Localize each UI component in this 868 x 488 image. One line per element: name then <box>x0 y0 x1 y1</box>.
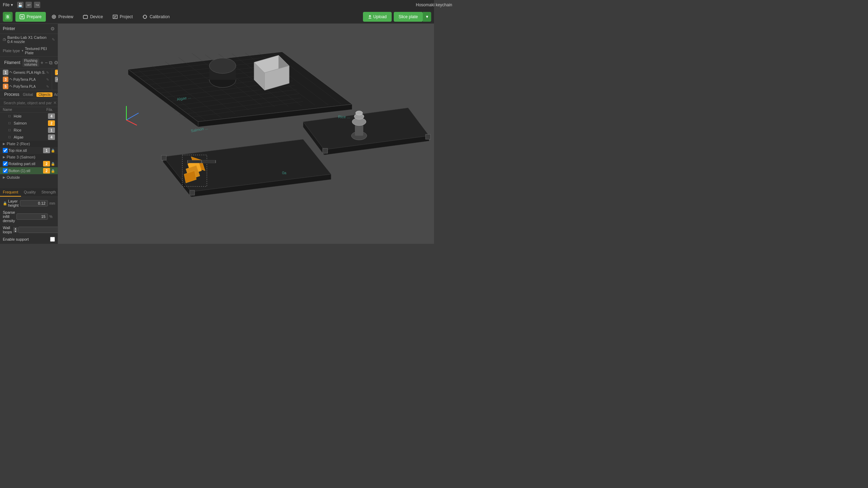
fila-badge-salmon: 2 <box>48 120 55 126</box>
filament-edit-3[interactable]: ✎ <box>46 78 49 82</box>
objects-table-header: Name Fila. <box>0 107 58 113</box>
filament-item-2[interactable]: 2 PolyTerra PLA ✎ <box>52 69 58 76</box>
tab-strength-label: Strength <box>41 190 56 194</box>
file-menu[interactable]: File ▾ <box>3 2 13 7</box>
infill-density-input[interactable] <box>16 213 48 220</box>
fila-badge-button: 2 <box>43 168 50 174</box>
layer-height-label: 🔒 Layer height <box>3 199 19 207</box>
printer-name: Bambu Lab X1 Carbon 0.4 nozzle <box>7 35 50 44</box>
filament-settings-icon[interactable]: ⚙ <box>54 60 58 66</box>
objects-mode-label: Objects <box>38 93 50 97</box>
table-row[interactable]: □ Algae 4 <box>0 134 58 141</box>
plate-type-dropdown-icon: ▾ <box>22 49 23 52</box>
filament-item-1[interactable]: 1 Generic PLA High S. ✎ <box>0 69 52 76</box>
outside-label: Outside <box>7 175 20 179</box>
device-tab[interactable]: Device <box>79 12 107 22</box>
filament-rows: 1 Generic PLA High S. ✎ 3 PolyTerra PLA … <box>0 69 58 90</box>
table-row[interactable]: Button (1).stl 2 🔒 <box>0 167 58 174</box>
upload-label: Upload <box>373 14 387 19</box>
row-checkbox-button[interactable] <box>3 168 8 173</box>
table-row[interactable]: □ Rice 1 <box>0 127 58 134</box>
global-mode-label: Global <box>23 93 33 97</box>
outside-row[interactable]: ▶ Outside <box>0 174 58 181</box>
objects-list: □ Hole 4 □ Salmon 2 □ Rice 1 □ <box>0 113 58 188</box>
row-checkbox-toprice[interactable] <box>3 148 8 153</box>
filament-section-title: Filament <box>4 60 20 65</box>
group-arrow: ▶ <box>3 142 5 146</box>
titlebar: File ▾ 💾 ↩ ↪ Hosomaki keychain <box>0 0 434 10</box>
enable-support-checkbox[interactable] <box>50 237 55 242</box>
printer-section-title: Printer <box>3 26 15 31</box>
filament-name-3: PolyTerra PLA <box>13 78 46 82</box>
global-mode-button[interactable]: Global <box>21 92 35 97</box>
file-menu-label: File <box>3 2 9 7</box>
layer-height-row: 🔒 Layer height mm <box>3 199 55 207</box>
filament-edit-5[interactable]: ✎ <box>46 85 49 89</box>
table-row[interactable]: Rotating part.stl 2 🔒 <box>0 160 58 167</box>
svg-text:B: B <box>6 15 9 19</box>
flushing-volumes-button[interactable]: Flushing volumes <box>22 58 39 67</box>
filament-item-3[interactable]: 3 PolyTerra PLA ✎ <box>0 76 52 83</box>
svg-point-52 <box>209 58 236 73</box>
prepare-tab[interactable]: Prepare <box>15 12 46 22</box>
wall-loops-decrement[interactable]: ▼ <box>13 230 18 233</box>
object-shape-icon: □ <box>8 121 13 125</box>
object-shape-icon: □ <box>8 135 13 139</box>
plate-type-row: Plate type ▾ Textured PEI Plate <box>0 45 58 57</box>
table-row[interactable]: Top rice.stl 1 🔒 <box>0 147 58 154</box>
fila-badge-algae: 4 <box>48 134 55 140</box>
objects-mode-button[interactable]: Objects <box>36 92 52 97</box>
calibration-tab[interactable]: Calibration <box>138 12 174 22</box>
save-button[interactable]: 💾 <box>17 2 23 8</box>
infill-unit: % <box>49 215 55 219</box>
svg-point-66 <box>356 111 363 115</box>
filament-copy-icon[interactable]: ⧉ <box>49 60 52 66</box>
search-clear-icon[interactable]: ✕ <box>53 100 57 105</box>
redo-button[interactable]: ↪ <box>34 2 40 8</box>
filament-item-4[interactable]: 4 PolyTerra PLA ✎ <box>52 76 58 83</box>
object-name-hole: Hole <box>14 114 48 118</box>
tab-strength[interactable]: Strength <box>38 188 58 197</box>
filament-edit-1[interactable]: ✎ <box>46 71 49 75</box>
row-checkbox-rotating[interactable] <box>3 161 8 166</box>
object-name-rice: Rice <box>14 128 48 132</box>
svg-rect-5 <box>83 15 88 19</box>
svg-rect-43 <box>323 148 328 153</box>
filament-name-1: Generic PLA High S. <box>13 71 46 75</box>
process-section-title: Process <box>4 92 19 97</box>
layer-height-input[interactable] <box>20 200 48 206</box>
slice-dropdown-button[interactable]: ▾ <box>423 12 431 22</box>
object-name-algae: Algae <box>14 135 48 139</box>
fila-badge-rice: 1 <box>48 127 55 133</box>
preview-tab[interactable]: Preview <box>47 12 78 22</box>
svg-rect-49 <box>161 155 166 160</box>
upload-button[interactable]: Upload <box>363 12 392 22</box>
project-tab[interactable]: Project <box>108 12 137 22</box>
lock-icon: 🔒 <box>3 201 7 205</box>
flushing-volumes-label: Flushing volumes <box>24 59 37 66</box>
printer-name-row[interactable]: Bambu Lab X1 Carbon 0.4 nozzle ✎ <box>0 34 58 45</box>
wall-loops-input[interactable] <box>18 227 58 233</box>
wall-loops-label: Wall loops <box>3 226 12 234</box>
printer-settings-icon[interactable]: ⚙ <box>50 26 55 31</box>
tab-quality[interactable]: Quality <box>21 188 38 197</box>
table-row[interactable]: □ Hole 4 <box>0 113 58 120</box>
col-fila-header: Fila. <box>44 108 55 112</box>
filament-item-5[interactable]: 5 PolyTerra PLA ✎ <box>0 83 52 90</box>
tab-frequent[interactable]: Frequent <box>0 188 21 197</box>
calibration-label: Calibration <box>149 14 169 19</box>
fila-badge-toprice: 1 <box>43 148 50 153</box>
3d-viewport: ⌂ ⊞ ⬡ ↻ ▣ ▣ ▣ ▣ ⬒ ⬒ ⇌ ✂ 🎨 📏 ⋯ <box>58 24 434 244</box>
printer-edit-icon[interactable]: ✎ <box>52 37 55 42</box>
table-row[interactable]: □ Salmon 2 <box>0 120 58 127</box>
group-plate2[interactable]: ▶ Plate 2 (Rice) <box>0 141 58 147</box>
group-plate3[interactable]: ▶ Plate 3 (Salmon) <box>0 154 58 160</box>
undo-button[interactable]: ↩ <box>26 2 32 8</box>
filament-add-icon[interactable]: + <box>41 60 43 66</box>
filament-remove-icon[interactable]: − <box>45 60 48 66</box>
object-search-input[interactable] <box>4 101 52 105</box>
plate-type-value[interactable]: Textured PEI Plate <box>25 47 55 55</box>
slice-button[interactable]: Slice plate <box>394 12 423 22</box>
svg-point-4 <box>53 16 55 17</box>
svg-rect-44 <box>426 134 430 139</box>
